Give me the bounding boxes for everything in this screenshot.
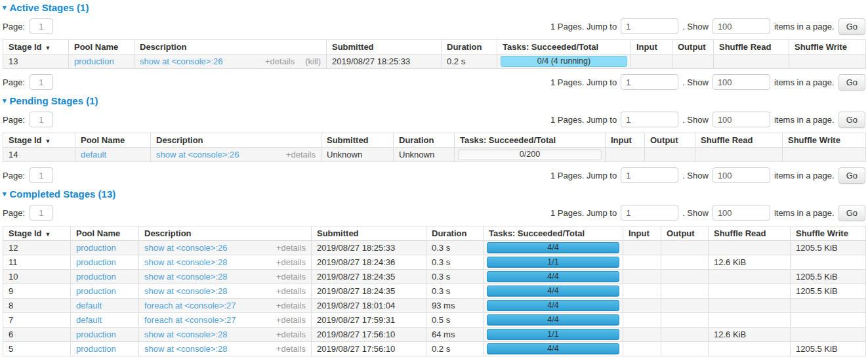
details-toggle[interactable]: +details (276, 243, 306, 253)
output-cell (661, 299, 709, 313)
details-toggle[interactable]: +details (276, 315, 306, 325)
pending-stages-heading[interactable]: ▾ Pending Stages (1) (3, 95, 865, 106)
input-cell (623, 299, 661, 313)
details-toggle[interactable]: +details (276, 301, 306, 310)
column-header-7[interactable]: Output (672, 40, 714, 54)
column-header-4[interactable]: Duration (426, 226, 484, 241)
description-link[interactable]: show at <console>:28 (144, 257, 227, 267)
column-header-6[interactable]: Input (606, 133, 645, 148)
output-cell (661, 241, 709, 255)
column-header-7[interactable]: Output (645, 133, 695, 148)
column-header-9[interactable]: Shuffle Write (783, 133, 866, 148)
description-link[interactable]: foreach at <console>:27 (144, 315, 236, 325)
description-link[interactable]: show at <console>:26 (156, 150, 239, 159)
column-header-4[interactable]: Duration (442, 40, 497, 54)
jump-to-page-input[interactable] (621, 112, 678, 127)
pool-name-cell: default (71, 299, 139, 313)
jump-to-page-input[interactable] (621, 205, 678, 221)
pool-name-link[interactable]: production (76, 272, 116, 282)
items-per-page-input[interactable] (713, 167, 770, 183)
details-toggle[interactable]: +details (276, 344, 306, 354)
page-number-input[interactable] (30, 18, 53, 34)
pool-name-cell: default (71, 313, 139, 328)
page-number-input[interactable] (30, 112, 53, 127)
items-per-page-input[interactable] (713, 18, 770, 34)
kill-link[interactable]: (kill) (305, 56, 321, 66)
column-header-3[interactable]: Submitted (327, 40, 442, 54)
pool-name-link[interactable]: default (81, 150, 106, 159)
pool-name-link[interactable]: production (76, 286, 116, 296)
column-header-4[interactable]: Duration (394, 133, 455, 148)
pool-name-link[interactable]: production (76, 344, 116, 354)
go-button[interactable]: Go (838, 205, 865, 221)
pool-name-link[interactable]: production (74, 56, 114, 66)
details-toggle[interactable]: +details (286, 150, 316, 159)
column-header-5[interactable]: Tasks: Succeeded/Total (484, 226, 623, 241)
page-number-input[interactable] (30, 74, 53, 90)
details-toggle[interactable]: +details (265, 56, 295, 66)
pool-name-link[interactable]: production (76, 257, 116, 267)
pool-name-link[interactable]: production (76, 243, 116, 253)
column-header-label: Stage Id (9, 42, 42, 52)
column-header-1[interactable]: Pool Name (71, 226, 139, 241)
column-header-1[interactable]: Pool Name (69, 40, 134, 54)
page-number-input[interactable] (30, 167, 53, 183)
pagination-controls: 1 Pages. Jump to . Show items in a page.… (550, 74, 865, 91)
column-header-label: Tasks: Succeeded/Total (489, 228, 585, 238)
go-button[interactable]: Go (838, 74, 865, 91)
column-header-8[interactable]: Shuffle Read (714, 40, 789, 54)
active-stages-heading[interactable]: ▾ Active Stages (1) (3, 2, 865, 13)
column-header-0[interactable]: Stage Id▼ (3, 133, 75, 148)
pool-name-link[interactable]: default (76, 301, 102, 310)
column-header-2[interactable]: Description (151, 133, 321, 148)
column-header-5[interactable]: Tasks: Succeeded/Total (455, 133, 606, 148)
go-button[interactable]: Go (838, 18, 865, 35)
column-header-0[interactable]: Stage Id▼ (3, 40, 69, 54)
items-per-page-input[interactable] (713, 112, 770, 127)
column-header-1[interactable]: Pool Name (75, 133, 151, 148)
go-button[interactable]: Go (838, 112, 865, 128)
column-header-7[interactable]: Output (661, 226, 709, 241)
show-label: . Show (682, 22, 709, 32)
description-link[interactable]: show at <console>:28 (144, 329, 227, 339)
column-header-3[interactable]: Submitted (312, 226, 426, 241)
details-toggle[interactable]: +details (276, 257, 306, 267)
column-header-3[interactable]: Submitted (321, 133, 394, 148)
column-header-label: Output (650, 135, 678, 145)
items-per-page-input[interactable] (713, 205, 770, 221)
page-number-input[interactable] (30, 205, 53, 221)
column-header-9[interactable]: Shuffle Write (791, 226, 866, 241)
table-row: 12productionshow at <console>:26+details… (3, 241, 866, 255)
column-header-9[interactable]: Shuffle Write (789, 40, 866, 54)
details-toggle[interactable]: +details (276, 272, 306, 282)
progress-label: 1/1 (487, 329, 619, 339)
submitted-cell: 2019/08/27 18:25:33 (312, 241, 426, 255)
go-button[interactable]: Go (838, 167, 865, 184)
jump-to-page-input[interactable] (621, 74, 678, 90)
completed-stages-heading[interactable]: ▾ Completed Stages (13) (3, 188, 865, 200)
column-header-8[interactable]: Shuffle Read (695, 133, 783, 148)
details-toggle[interactable]: +details (276, 329, 306, 339)
description-link[interactable]: show at <console>:26 (140, 56, 222, 66)
description-content: foreach at <console>:27+details (144, 315, 306, 325)
description-link[interactable]: foreach at <console>:27 (144, 301, 236, 310)
shuffle-read-cell: 12.6 KiB (709, 255, 791, 270)
collapse-arrow-icon: ▾ (3, 97, 7, 104)
column-header-2[interactable]: Description (134, 40, 327, 54)
items-per-page-input[interactable] (713, 74, 770, 90)
jump-to-page-input[interactable] (621, 167, 678, 183)
jump-to-page-input[interactable] (621, 18, 678, 34)
column-header-2[interactable]: Description (139, 226, 312, 241)
details-toggle[interactable]: +details (276, 286, 306, 296)
description-link[interactable]: show at <console>:26 (144, 243, 227, 253)
pool-name-link[interactable]: default (76, 315, 102, 325)
column-header-8[interactable]: Shuffle Read (709, 226, 791, 241)
description-link[interactable]: show at <console>:28 (144, 344, 227, 354)
description-link[interactable]: show at <console>:28 (144, 272, 227, 282)
pool-name-link[interactable]: production (76, 329, 116, 339)
column-header-0[interactable]: Stage Id▼ (3, 226, 71, 241)
description-link[interactable]: show at <console>:28 (144, 286, 227, 296)
column-header-6[interactable]: Input (631, 40, 672, 54)
column-header-5[interactable]: Tasks: Succeeded/Total (497, 40, 631, 54)
column-header-6[interactable]: Input (623, 226, 661, 241)
